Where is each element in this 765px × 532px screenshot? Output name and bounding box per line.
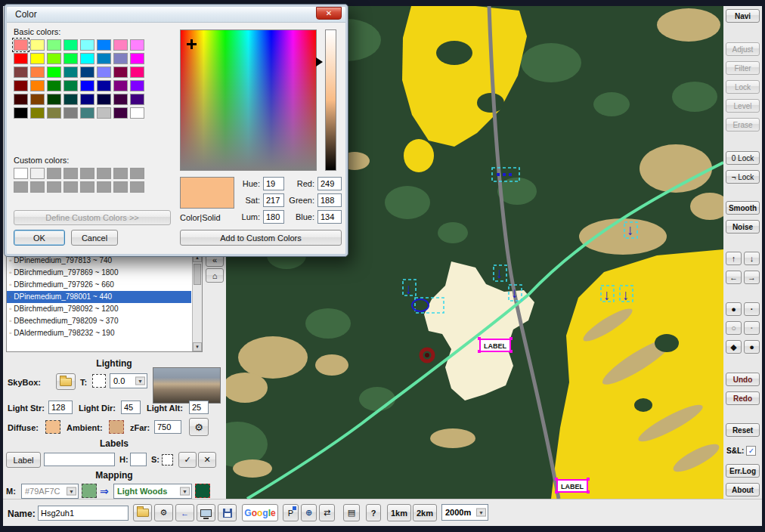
basic-color-swatch[interactable] [97, 66, 111, 78]
basic-color-swatch[interactable] [113, 94, 128, 105]
open-file-button[interactable] [133, 504, 152, 521]
label-button[interactable]: Label [6, 452, 41, 468]
brush-mid-button[interactable]: ○ [726, 321, 742, 335]
custom-color-swatch[interactable] [97, 168, 111, 179]
basic-color-swatch[interactable] [30, 53, 45, 64]
list-item[interactable]: DPinemedium_798001 ~ 440 [7, 291, 191, 303]
scale-2km-button[interactable]: 2km [413, 504, 437, 521]
basic-color-swatch[interactable] [30, 107, 45, 119]
basic-color-swatch[interactable] [63, 66, 78, 78]
basic-color-swatch[interactable] [47, 53, 61, 64]
basic-color-swatch[interactable] [30, 94, 45, 105]
light-dir-input[interactable] [121, 401, 141, 414]
scroll-down-icon[interactable]: ▼ [193, 342, 202, 351]
navi-button[interactable]: Navi [726, 9, 760, 23]
red-input[interactable] [317, 177, 342, 190]
display-button[interactable] [197, 504, 215, 521]
pan-right-button[interactable]: → [744, 271, 760, 284]
custom-color-swatch[interactable] [130, 168, 144, 179]
globe-button[interactable]: ⊕ [301, 504, 317, 521]
label-text-input[interactable] [44, 453, 115, 466]
basic-color-swatch[interactable] [97, 80, 111, 91]
sat-input[interactable] [263, 193, 284, 207]
home-button[interactable]: ⌂ [206, 268, 224, 283]
basic-color-swatch[interactable] [130, 39, 144, 51]
mapping-target-swatch[interactable] [195, 484, 210, 498]
sl-checkbox[interactable]: ✓ [746, 446, 756, 456]
basic-color-swatch[interactable] [80, 53, 94, 64]
basic-color-swatch[interactable] [63, 39, 78, 51]
hue-sat-field[interactable] [180, 29, 317, 171]
brush-small-button[interactable]: · [744, 302, 760, 316]
custom-color-swatch[interactable] [30, 168, 45, 179]
neg-lock-button[interactable]: ¬ Lock [726, 170, 760, 184]
luminance-slider[interactable] [325, 29, 336, 171]
zfar-input[interactable] [154, 420, 181, 434]
t-dropdown[interactable]: 0.0 [110, 373, 147, 388]
cancel-button[interactable]: Cancel [71, 230, 118, 246]
ambient-swatch[interactable] [109, 420, 124, 434]
map-label-2[interactable]: LABEL [555, 478, 590, 493]
basic-color-swatch[interactable] [14, 53, 28, 64]
tools-button[interactable]: ⚙ [154, 504, 173, 521]
basic-color-swatch[interactable] [47, 66, 61, 78]
about-button[interactable]: About [726, 483, 760, 496]
custom-color-swatch[interactable] [80, 168, 94, 179]
mapping-target-dropdown[interactable]: Light Woods [113, 484, 192, 499]
pan-down-button[interactable]: ↓ [744, 252, 760, 265]
lighting-settings-button[interactable]: ⚙ [189, 418, 209, 436]
basic-color-swatch[interactable] [113, 80, 128, 91]
undo-button[interactable]: Undo [726, 373, 760, 386]
basic-color-swatch[interactable] [113, 53, 128, 64]
list-item[interactable]: DAldermedium_798232 ~ 190 [7, 327, 191, 339]
basic-color-swatch[interactable] [30, 39, 45, 51]
basic-color-swatch[interactable] [14, 107, 28, 119]
basic-color-swatch[interactable] [130, 53, 144, 64]
basic-color-swatch[interactable] [47, 94, 61, 105]
light-str-input[interactable] [48, 401, 73, 414]
basic-color-swatch[interactable] [30, 80, 45, 91]
basic-color-swatch[interactable] [14, 94, 28, 105]
blue-input[interactable] [317, 210, 342, 224]
basic-color-swatch[interactable] [113, 39, 128, 51]
custom-color-swatch[interactable] [14, 181, 28, 193]
color-crosshair[interactable] [187, 39, 197, 49]
s-swatch[interactable] [162, 454, 173, 466]
custom-color-swatch[interactable] [113, 168, 128, 179]
map-label-1[interactable]: LABEL [478, 337, 513, 353]
basic-color-swatch[interactable] [130, 66, 144, 78]
ok-button[interactable]: OK [14, 230, 65, 246]
pan-left-button[interactable]: ← [726, 271, 742, 284]
basic-color-swatch[interactable] [80, 94, 94, 105]
list-item[interactable]: DBeechmedium_798209 ~ 370 [7, 315, 191, 327]
custom-color-swatch[interactable] [130, 181, 144, 193]
custom-color-swatch[interactable] [80, 181, 94, 193]
custom-color-swatch[interactable] [30, 181, 45, 193]
custom-color-swatch[interactable] [63, 181, 78, 193]
skybox-thumbnail[interactable] [153, 367, 221, 404]
reset-button[interactable]: Reset [726, 423, 760, 437]
redo-button[interactable]: Redo [726, 391, 760, 405]
swap-view-button[interactable]: ⇄ [319, 504, 335, 521]
errlog-button[interactable]: Err.Log [726, 464, 760, 478]
basic-color-swatch[interactable] [47, 107, 61, 119]
basic-color-swatch[interactable] [130, 80, 144, 91]
label-delete-button[interactable]: ✕ [198, 452, 216, 468]
pan-up-button[interactable]: ↑ [726, 252, 742, 265]
basic-color-swatch[interactable] [63, 107, 78, 119]
define-custom-colors-button[interactable]: Define Custom Colors >> [14, 210, 171, 225]
custom-color-swatch[interactable] [14, 168, 28, 179]
basic-color-swatch[interactable] [30, 66, 45, 78]
basic-color-swatch[interactable] [80, 66, 94, 78]
basic-color-swatch[interactable] [97, 107, 111, 119]
basic-color-swatch[interactable] [113, 66, 128, 78]
t-swatch[interactable] [92, 374, 106, 388]
luminance-arrow-icon[interactable] [316, 57, 323, 66]
basic-color-swatch[interactable] [113, 107, 128, 119]
basic-color-swatch[interactable] [47, 80, 61, 91]
basic-color-swatch[interactable] [130, 94, 144, 105]
brush-large-button[interactable]: ● [726, 302, 742, 316]
custom-color-swatch[interactable] [97, 181, 111, 193]
basic-color-swatch[interactable] [97, 53, 111, 64]
list-item[interactable]: DBirchmedium_797926 ~ 660 [7, 279, 191, 291]
